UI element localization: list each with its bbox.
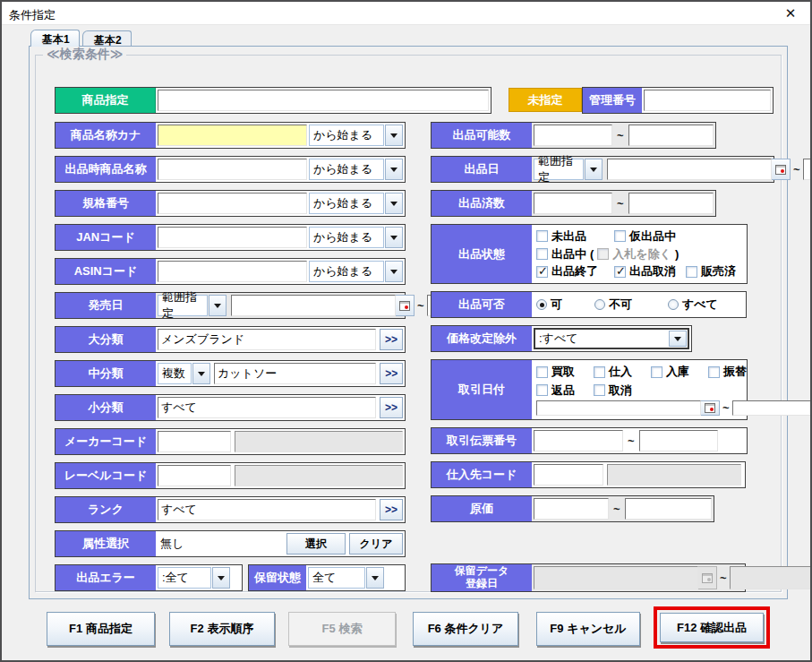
checkbox-icon[interactable] [536, 384, 548, 396]
listed-quantity-to-input[interactable] [628, 193, 714, 214]
checkbox-icon[interactable] [536, 230, 548, 242]
checkbox-icon[interactable] [708, 366, 720, 378]
label-code-input[interactable] [158, 465, 231, 486]
checkbox-item[interactable]: 振替 [708, 364, 747, 380]
supplier-code-input[interactable] [534, 464, 603, 486]
hold-status-combo[interactable]: 全て [308, 567, 384, 589]
checkbox-icon[interactable] [686, 266, 697, 278]
checkbox-item[interactable]: 仮出品中 [614, 228, 676, 245]
checkbox-item[interactable]: 出品終了 [536, 263, 614, 279]
row-name-kana: 商品名称カナ から始まる [55, 122, 406, 149]
category-large-picker-button[interactable]: >> [380, 329, 403, 350]
dropdown-button[interactable] [385, 193, 403, 214]
tab-basic2[interactable]: 基本2 [82, 30, 132, 47]
name-kana-input[interactable] [158, 125, 307, 146]
date-input[interactable] [536, 400, 701, 416]
radio-item[interactable]: 可 [536, 297, 594, 313]
standard-number-input[interactable] [158, 193, 307, 214]
maker-code-input[interactable] [158, 431, 231, 452]
checkbox-icon[interactable] [594, 384, 605, 396]
calendar-button[interactable] [772, 159, 791, 180]
checkbox-icon[interactable] [614, 230, 626, 242]
listed-quantity-from-input[interactable] [534, 193, 612, 214]
attribute-select-button[interactable]: 選択 [286, 533, 346, 555]
combo-value: から始まる [309, 125, 384, 146]
dropdown-button[interactable] [585, 159, 603, 180]
checkbox-item[interactable]: 入庫 [651, 364, 708, 380]
f1-product-spec-button[interactable]: F1 商品指定 [47, 612, 155, 646]
checkbox-icon[interactable] [614, 266, 626, 278]
calendar-button[interactable] [396, 295, 415, 316]
checkbox-item[interactable]: 取消 [594, 383, 632, 399]
dropdown-button[interactable] [212, 567, 230, 589]
asin-code-input[interactable] [158, 261, 307, 282]
checkbox-icon[interactable] [536, 266, 548, 278]
jan-code-match-combo[interactable]: から始まる [309, 227, 403, 248]
checkbox-icon[interactable] [536, 248, 548, 260]
dropdown-button[interactable] [385, 261, 403, 282]
dropdown-button[interactable] [385, 159, 403, 180]
release-date-mode-combo[interactable]: 範囲指定 [158, 295, 227, 316]
category-large-input[interactable] [158, 329, 376, 350]
radio-icon[interactable] [594, 299, 605, 310]
price-revision-exclude-combo[interactable]: :すべて [534, 328, 689, 349]
checkbox-icon[interactable] [594, 366, 605, 378]
checkbox-item[interactable]: 未出品 [536, 228, 614, 245]
listing-name-input[interactable] [158, 159, 307, 180]
date-input[interactable] [803, 159, 812, 180]
control-number-input[interactable] [644, 90, 771, 111]
listing-date-mode-combo[interactable]: 範囲指定 [534, 159, 603, 180]
f2-display-order-button[interactable]: F2 表示順序 [169, 612, 275, 646]
checkbox-item[interactable]: 販売済 [686, 263, 736, 279]
dropdown-button[interactable] [385, 125, 403, 146]
radio-item[interactable]: 不可 [594, 297, 668, 313]
checkbox-icon[interactable] [536, 366, 548, 378]
dropdown-button[interactable] [385, 227, 403, 248]
attribute-clear-button[interactable]: クリア [349, 533, 403, 555]
radio-item[interactable]: すべて [668, 297, 718, 313]
checkbox-item[interactable]: 出品中 [536, 246, 586, 262]
cost-price-from-input[interactable] [534, 498, 609, 520]
category-small-input[interactable] [158, 397, 376, 418]
tab-basic1[interactable]: 基本1 [30, 30, 80, 47]
cost-price-to-input[interactable] [625, 498, 712, 520]
listing-name-match-combo[interactable]: から始まる [309, 159, 403, 180]
checkbox-icon[interactable] [651, 366, 662, 378]
listing-error-combo[interactable]: :全て [158, 567, 230, 589]
transaction-slip-to-input[interactable] [639, 430, 718, 451]
checkbox-item[interactable]: 返品 [536, 383, 594, 399]
dropdown-button[interactable] [669, 331, 687, 347]
category-middle-mode-combo[interactable]: 複数 [158, 363, 210, 384]
date-input[interactable] [607, 159, 772, 180]
asin-code-match-combo[interactable]: から始まる [309, 261, 403, 282]
checkbox-item[interactable]: 出品取消 [614, 263, 686, 279]
category-small-picker-button[interactable]: >> [380, 397, 403, 418]
f9-cancel-button[interactable]: F9 キャンセル [536, 612, 640, 646]
radio-icon[interactable] [668, 299, 679, 310]
f6-clear-conditions-button[interactable]: F6 条件クリア [413, 612, 518, 646]
radio-icon[interactable] [536, 299, 547, 310]
dropdown-button[interactable] [366, 567, 384, 589]
f12-confirm-listing-button[interactable]: F12 確認出品 [660, 613, 764, 642]
dropdown-button[interactable] [192, 363, 210, 384]
standard-number-match-combo[interactable]: から始まる [309, 193, 403, 214]
category-middle-input[interactable] [214, 363, 376, 384]
transaction-slip-from-input[interactable] [534, 430, 623, 451]
dropdown-button[interactable] [209, 295, 227, 316]
calendar-button[interactable] [701, 400, 720, 416]
jan-code-input[interactable] [158, 227, 307, 248]
listable-quantity-to-input[interactable] [628, 125, 714, 146]
maker-name-display [235, 431, 403, 452]
listable-quantity-from-input[interactable] [534, 125, 612, 146]
rank-picker-button[interactable]: >> [380, 499, 403, 520]
category-middle-picker-button[interactable]: >> [380, 363, 403, 384]
unspecified-button[interactable]: 未指定 [509, 88, 582, 112]
close-icon[interactable]: ✕ [782, 4, 799, 22]
checkbox-item[interactable]: 仕入 [594, 364, 651, 380]
product-spec-input[interactable] [158, 90, 489, 111]
rank-input[interactable] [158, 499, 376, 520]
name-kana-match-combo[interactable]: から始まる [309, 125, 403, 146]
checkbox-item[interactable]: 買取 [536, 364, 594, 380]
date-input[interactable] [732, 400, 812, 416]
date-input[interactable] [231, 295, 396, 316]
